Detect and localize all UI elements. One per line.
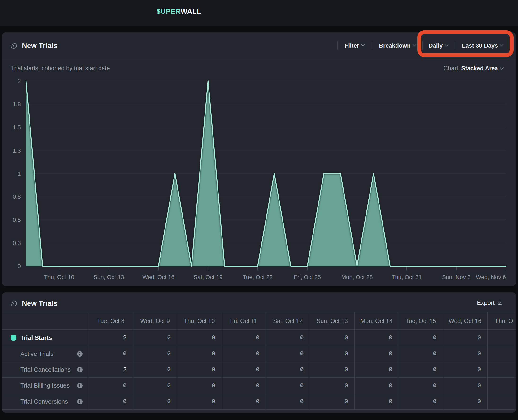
svg-text:Mon, Oct 28: Mon, Oct 28: [341, 274, 373, 280]
svg-text:Wed, Oct 16: Wed, Oct 16: [142, 274, 174, 280]
svg-text:Sat, Oct 19: Sat, Oct 19: [194, 274, 223, 280]
svg-text:Sun, Nov 3: Sun, Nov 3: [442, 274, 470, 280]
svg-text:Tue, Oct 22: Tue, Oct 22: [243, 274, 273, 280]
svg-text:1.8: 1.8: [13, 101, 21, 107]
svg-text:0.3: 0.3: [13, 240, 21, 246]
svg-text:1: 1: [17, 171, 21, 177]
svg-text:0: 0: [17, 263, 21, 269]
svg-text:Wed, Nov 6: Wed, Nov 6: [476, 274, 506, 280]
svg-text:2: 2: [17, 78, 21, 84]
svg-text:0.8: 0.8: [13, 194, 21, 200]
svg-text:Sun, Oct 13: Sun, Oct 13: [93, 274, 124, 280]
svg-text:0.5: 0.5: [13, 217, 21, 223]
svg-text:Fri, Oct 25: Fri, Oct 25: [294, 274, 321, 280]
svg-text:1.3: 1.3: [13, 147, 21, 154]
svg-text:1.5: 1.5: [13, 124, 21, 131]
svg-text:Thu, Oct 31: Thu, Oct 31: [392, 274, 422, 280]
svg-text:Thu, Oct 10: Thu, Oct 10: [44, 274, 74, 280]
